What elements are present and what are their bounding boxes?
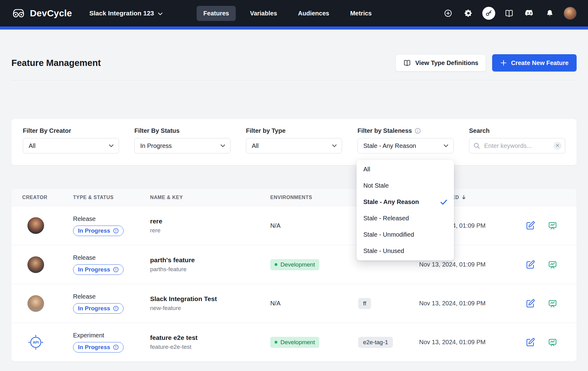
feature-metrics-button[interactable] [548,299,557,308]
metrics-board-icon [548,221,557,230]
tab-metrics[interactable]: Metrics [343,6,378,21]
tab-audiences[interactable]: Audiences [291,6,336,21]
tab-variables[interactable]: Variables [243,6,284,21]
page-title: Feature Management [11,58,101,68]
feature-key: rere [150,227,161,234]
filter-creator-label: Filter By Creator [23,127,119,134]
edit-feature-button[interactable] [526,338,535,347]
feature-type: Experiment [73,332,104,339]
filter-type-select[interactable]: All [246,138,342,153]
discord-button[interactable] [523,7,536,20]
edit-pencil-icon [526,221,535,230]
filter-creator-select[interactable]: All [23,138,119,153]
environment-value: N/A [270,300,280,307]
creator-avatar [27,295,44,312]
top-nav: DevCycle Slack Integration 123 Features … [0,0,588,26]
table-header-row: CREATOR TYPE & STATUS NAME & KEY ENVIRON… [11,189,577,206]
feature-row[interactable]: API Experiment In Progress feature e2e t… [11,323,577,361]
column-type-status: TYPE & STATUS [73,195,150,200]
divider [11,80,577,80]
column-name-key: NAME & KEY [150,195,270,200]
edit-pencil-icon [526,338,535,347]
gear-icon [464,9,473,18]
env-dot [275,263,277,266]
environment-badge: Development [270,259,319,270]
header-icons [442,7,577,20]
plus-circle-icon [444,9,452,18]
metrics-board-icon [548,260,557,269]
column-creator: CREATOR [22,195,73,200]
menu-option-all[interactable]: All [357,161,454,177]
feature-key: new-feature [150,305,181,312]
edit-feature-button[interactable] [526,221,535,230]
book-icon [403,59,411,67]
chevron-down-icon [220,144,225,147]
search-label: Search [469,127,565,134]
menu-option-stale-released[interactable]: Stale - Released [357,210,454,226]
chevron-down-icon [332,144,337,147]
creator-avatar [27,217,44,234]
bell-icon [546,9,554,17]
chevron-down-icon [109,144,114,147]
menu-option-not-stale[interactable]: Not Stale [357,177,454,194]
filter-staleness-label: Filter by Staleness [357,127,454,134]
filter-staleness-select[interactable]: Stale - Any Reason [357,138,454,153]
menu-option-stale-unmodified[interactable]: Stale - Unmodified [357,226,454,243]
feature-name: feature e2e test [150,334,198,341]
brand[interactable]: DevCycle [11,8,72,19]
add-button[interactable] [442,7,455,20]
status-badge: In Progress [73,342,124,353]
brand-name: DevCycle [30,8,72,18]
chevron-down-icon [158,12,163,15]
column-environments: ENVIRONMENTS [270,195,358,200]
feature-name: parth's feature [150,256,195,264]
features-table: CREATOR TYPE & STATUS NAME & KEY ENVIRON… [11,189,577,361]
filter-status-label: Filter By Status [134,127,231,134]
check-icon [440,199,447,205]
status-badge: In Progress [73,303,124,314]
user-avatar[interactable] [564,7,577,20]
feature-row[interactable]: Release In Progress rere rere N/A Nov 13… [11,206,577,245]
feature-type: Release [73,293,96,300]
feature-metrics-button[interactable] [548,338,557,347]
feature-row[interactable]: Release In Progress parth's feature part… [11,245,577,284]
project-selector[interactable]: Slack Integration 123 [89,10,163,17]
info-icon[interactable] [415,128,421,134]
search-input[interactable] [469,138,565,153]
view-type-definitions-button[interactable]: View Type Definitions [395,54,486,71]
metrics-board-icon [548,338,557,347]
filter-status-select[interactable]: In Progress [134,138,231,153]
tag: e2e-tag-1 [358,337,393,348]
docs-button[interactable] [503,7,516,20]
feature-metrics-button[interactable] [548,221,557,230]
notifications-button[interactable] [543,7,556,20]
create-new-feature-button[interactable]: Create New Feature [492,54,577,71]
feature-key: feature-e2e-test [150,344,191,350]
book-icon [505,9,513,18]
filter-type-label: Filter by Type [246,127,342,134]
filter-bar: Filter By Creator All Filter By Status I… [11,119,577,165]
settings-button[interactable] [462,7,475,20]
feature-metrics-button[interactable] [548,260,557,269]
feature-name: rere [150,218,162,225]
search-icon [473,142,480,149]
edit-pencil-icon [526,299,535,308]
menu-option-stale-any-reason[interactable]: Stale - Any Reason [357,194,454,210]
env-dot [275,341,277,344]
creator-avatar [27,256,44,273]
alert-circle-icon [113,306,119,311]
sort-desc-icon [462,195,466,200]
edit-feature-button[interactable] [526,299,535,308]
main-nav: Features Variables Audiences Metrics [197,6,378,21]
last-updated-value: Nov 13, 2024, 01:09 PM [419,300,512,307]
menu-option-stale-unused[interactable]: Stale - Unused [357,243,454,259]
devcycle-logo-icon [11,8,26,19]
tab-features[interactable]: Features [197,6,236,21]
edit-feature-button[interactable] [526,260,535,269]
accent-bar [0,26,588,30]
api-keys-button[interactable] [482,7,495,20]
feature-row[interactable]: Release In Progress Slack Integration Te… [11,284,577,323]
feature-key: parths-feature [150,266,186,273]
last-updated-value: Nov 13, 2024, 01:09 PM [419,261,512,268]
clear-search-button[interactable]: ✕ [553,142,561,150]
